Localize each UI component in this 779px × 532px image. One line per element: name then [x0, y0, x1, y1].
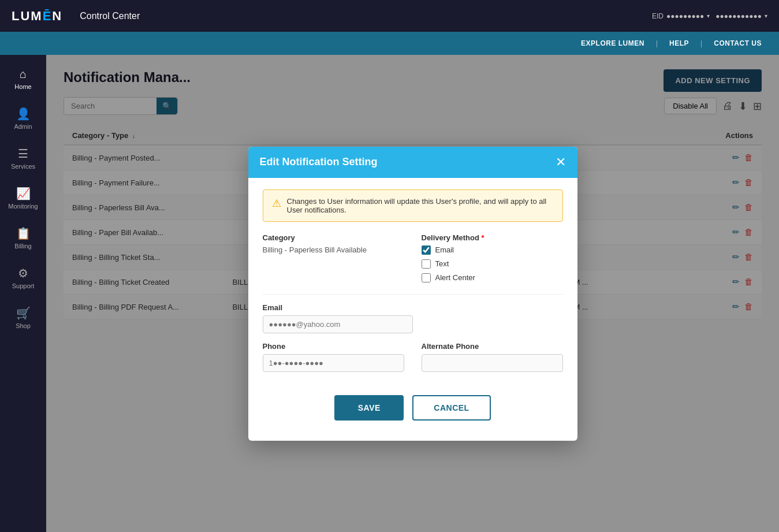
sidebar: ⌂ Home 👤 Admin ☰ Services 📈 Monitoring 📋… — [0, 55, 46, 532]
help-link[interactable]: HELP — [669, 39, 689, 47]
modal-warning-text: Changes to User information will update … — [287, 197, 554, 214]
save-button[interactable]: SAVE — [334, 395, 404, 421]
category-value: Billing - Paperless Bill Available — [263, 245, 404, 254]
nav-divider-1: | — [656, 39, 658, 47]
sidebar-label-shop: Shop — [16, 322, 31, 329]
eid-chevron-icon: ▾ — [707, 13, 710, 19]
category-field: Category Billing - Paperless Bill Availa… — [263, 233, 404, 282]
sidebar-item-home[interactable]: ⌂ Home — [0, 61, 46, 97]
contact-us-link[interactable]: CONTACT US — [714, 39, 762, 47]
modal-title: Edit Notification Setting — [260, 156, 378, 168]
top-header: LUMĒN Control Center EID ●●●●●●●●● ▾ ●●●… — [0, 0, 779, 32]
modal-actions: SAVE CANCEL — [263, 386, 563, 429]
admin-icon: 👤 — [16, 107, 31, 121]
billing-icon: 📋 — [16, 226, 31, 240]
email-field-group: Email — [263, 303, 563, 333]
divider — [263, 294, 563, 295]
modal-close-button[interactable]: ✕ — [556, 156, 566, 169]
account-value: ●●●●●●●●●●● — [715, 12, 762, 20]
delivery-option-alert[interactable]: Alert Center — [422, 273, 563, 282]
monitoring-icon: 📈 — [16, 187, 31, 200]
category-label: Category — [263, 233, 404, 242]
text-label: Text — [435, 259, 449, 268]
header-right: EID ●●●●●●●●● ▾ ●●●●●●●●●●● ▾ — [652, 12, 767, 20]
alert-label: Alert Center — [435, 273, 475, 282]
alt-phone-input[interactable] — [422, 354, 563, 372]
delivery-field: Delivery Method * Email Text — [422, 233, 563, 282]
sidebar-item-monitoring[interactable]: 📈 Monitoring — [0, 180, 46, 217]
email-checkbox[interactable] — [422, 245, 431, 255]
sidebar-item-admin[interactable]: 👤 Admin — [0, 100, 46, 137]
logo: LUMĒN — [12, 9, 62, 24]
nav-bar: EXPLORE LUMEN | HELP | CONTACT US — [0, 32, 779, 55]
email-field-label: Email — [263, 303, 563, 312]
app-title: Control Center — [80, 11, 140, 21]
nav-divider-2: | — [700, 39, 702, 47]
cancel-button[interactable]: CANCEL — [412, 395, 490, 421]
phone-label: Phone — [263, 342, 404, 351]
sidebar-label-admin: Admin — [14, 123, 32, 130]
delivery-label: Delivery Method * — [422, 233, 563, 242]
sidebar-label-billing: Billing — [14, 243, 31, 250]
edit-notification-modal: Edit Notification Setting ✕ ⚠ Changes to… — [248, 147, 577, 441]
phone-fields: Phone Alternate Phone — [263, 342, 563, 372]
alert-checkbox[interactable] — [422, 273, 431, 282]
main-layout: ⌂ Home 👤 Admin ☰ Services 📈 Monitoring 📋… — [0, 55, 779, 532]
home-icon: ⌂ — [20, 68, 27, 81]
required-star: * — [482, 233, 484, 242]
modal-warning: ⚠ Changes to User information will updat… — [263, 189, 563, 222]
delivery-option-email[interactable]: Email — [422, 245, 563, 255]
email-input[interactable] — [263, 315, 413, 333]
sidebar-item-billing[interactable]: 📋 Billing — [0, 220, 46, 256]
text-checkbox[interactable] — [422, 259, 431, 269]
explore-lumen-link[interactable]: EXPLORE LUMEN — [581, 39, 644, 47]
alt-phone-field: Alternate Phone — [422, 342, 563, 372]
account-selector[interactable]: ●●●●●●●●●●● ▾ — [715, 12, 767, 20]
delivery-option-text[interactable]: Text — [422, 259, 563, 269]
sidebar-label-home: Home — [14, 83, 31, 90]
eid-value: ●●●●●●●●● — [666, 12, 704, 20]
phone-field: Phone — [263, 342, 404, 372]
warning-icon: ⚠ — [272, 197, 281, 210]
content-area: Notification Mana... ADD NEW SETTING 🔍 D… — [46, 55, 779, 532]
services-icon: ☰ — [18, 147, 28, 161]
modal-overlay: Edit Notification Setting ✕ ⚠ Changes to… — [46, 55, 779, 532]
eid-selector[interactable]: EID ●●●●●●●●● ▾ — [652, 12, 710, 20]
phone-input[interactable] — [263, 354, 404, 372]
sidebar-item-services[interactable]: ☰ Services — [0, 140, 46, 177]
alt-phone-label: Alternate Phone — [422, 342, 563, 351]
sidebar-label-services: Services — [11, 163, 35, 170]
account-chevron-icon: ▾ — [765, 13, 767, 19]
modal-header: Edit Notification Setting ✕ — [248, 147, 577, 178]
modal-body: ⚠ Changes to User information will updat… — [248, 178, 577, 441]
support-icon: ⚙ — [18, 266, 28, 280]
email-label: Email — [435, 245, 454, 254]
sidebar-item-support[interactable]: ⚙ Support — [0, 259, 46, 296]
sidebar-label-monitoring: Monitoring — [8, 203, 38, 210]
shop-icon: 🛒 — [16, 306, 31, 320]
sidebar-item-shop[interactable]: 🛒 Shop — [0, 299, 46, 336]
eid-label: EID — [652, 12, 664, 20]
modal-fields: Category Billing - Paperless Bill Availa… — [263, 233, 563, 282]
delivery-options: Email Text Alert Center — [422, 245, 563, 282]
sidebar-label-support: Support — [12, 282, 35, 289]
